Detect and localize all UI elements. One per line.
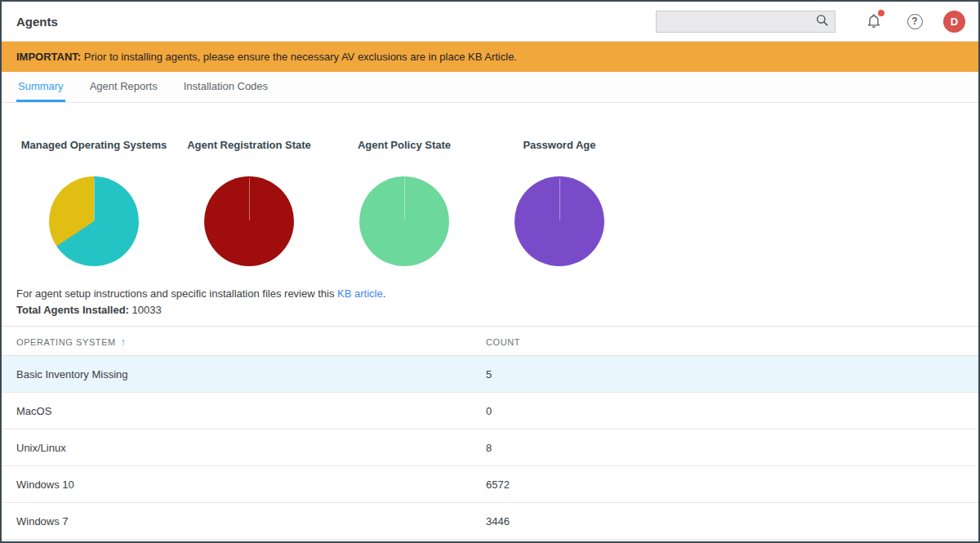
cell-operating-system: MacOS: [2, 405, 486, 417]
table-row[interactable]: Basic Inventory Missing 5: [2, 356, 978, 393]
pie-managed-operating-systems[interactable]: [49, 176, 139, 266]
chart-password-age: Password Age: [482, 139, 637, 266]
pie-password-age[interactable]: [514, 176, 604, 266]
tab-bar: Summary Agent Reports Installation Codes: [2, 72, 978, 103]
column-header-label: OPERATING SYSTEM: [16, 337, 116, 347]
tab-agent-reports[interactable]: Agent Reports: [88, 72, 159, 102]
help-icon: ?: [907, 14, 923, 29]
notification-dot: [878, 10, 884, 16]
table-row[interactable]: Unix/Linux 8: [2, 430, 978, 466]
tab-summary[interactable]: Summary: [16, 72, 65, 102]
agents-table: OPERATING SYSTEM↑ COUNT Basic Inventory …: [2, 326, 978, 540]
kb-article-link[interactable]: KB article: [337, 287, 383, 300]
cell-operating-system: Basic Inventory Missing: [2, 368, 486, 381]
chart-title: Agent Registration State: [187, 139, 311, 154]
table-row[interactable]: Windows 10 6572: [2, 466, 978, 503]
chart-agent-registration-state: Agent Registration State: [172, 139, 327, 266]
cell-count: 8: [486, 442, 978, 454]
tab-installation-codes[interactable]: Installation Codes: [182, 72, 270, 102]
pie-notch: [249, 178, 250, 220]
charts-row: Managed Operating Systems Agent Registra…: [2, 103, 978, 266]
agents-page: Agents ? D: [0, 0, 980, 543]
cell-count: 6572: [486, 478, 978, 491]
cell-operating-system: Unix/Linux: [2, 442, 486, 454]
column-header-count[interactable]: COUNT: [486, 334, 978, 349]
chart-agent-policy-state: Agent Policy State: [327, 139, 482, 266]
cell-count: 0: [486, 405, 978, 417]
total-agents-value: 10033: [132, 304, 162, 316]
table-row[interactable]: MacOS 0: [2, 393, 978, 430]
note-text-before: For agent setup instructions and specifi…: [16, 287, 337, 300]
pie-agent-policy-state[interactable]: [359, 176, 449, 266]
sort-ascending-icon[interactable]: ↑: [121, 336, 126, 348]
column-header-operating-system[interactable]: OPERATING SYSTEM↑: [2, 334, 486, 349]
search-icon[interactable]: [815, 13, 829, 30]
pie-notch: [559, 178, 560, 220]
top-bar-actions: ? D: [656, 11, 965, 33]
table-header-row: OPERATING SYSTEM↑ COUNT: [2, 327, 978, 356]
banner-message: Prior to installing agents, please ensur…: [84, 51, 517, 63]
search-input[interactable]: [656, 11, 835, 33]
cell-count: 3446: [486, 515, 978, 527]
top-bar: Agents ? D: [2, 2, 978, 42]
pie-notch: [404, 178, 405, 220]
banner-label: IMPORTANT:: [16, 51, 81, 63]
cell-count: 5: [486, 368, 978, 381]
avatar[interactable]: D: [943, 11, 965, 33]
help-button[interactable]: ?: [904, 11, 925, 32]
cell-operating-system: Windows 10: [2, 478, 486, 491]
important-banner: IMPORTANT: Prior to installing agents, p…: [2, 42, 978, 72]
cell-operating-system: Windows 7: [2, 515, 486, 527]
chart-title: Agent Policy State: [358, 139, 451, 154]
table-row[interactable]: Windows 7 3446: [2, 503, 978, 540]
column-header-label: COUNT: [486, 337, 520, 347]
notifications-button[interactable]: [863, 11, 884, 32]
page-title: Agents: [16, 15, 58, 29]
setup-note: For agent setup instructions and specifi…: [2, 287, 978, 300]
total-agents-line: Total Agents Installed: 10033: [2, 304, 978, 316]
total-agents-label: Total Agents Installed:: [16, 304, 129, 316]
note-text-after: .: [383, 287, 386, 300]
chart-title: Password Age: [523, 139, 595, 154]
chart-managed-operating-systems: Managed Operating Systems: [16, 139, 172, 266]
pie-agent-registration-state[interactable]: [204, 176, 294, 266]
pie-notch: [94, 178, 95, 220]
chart-title: Managed Operating Systems: [21, 139, 167, 154]
